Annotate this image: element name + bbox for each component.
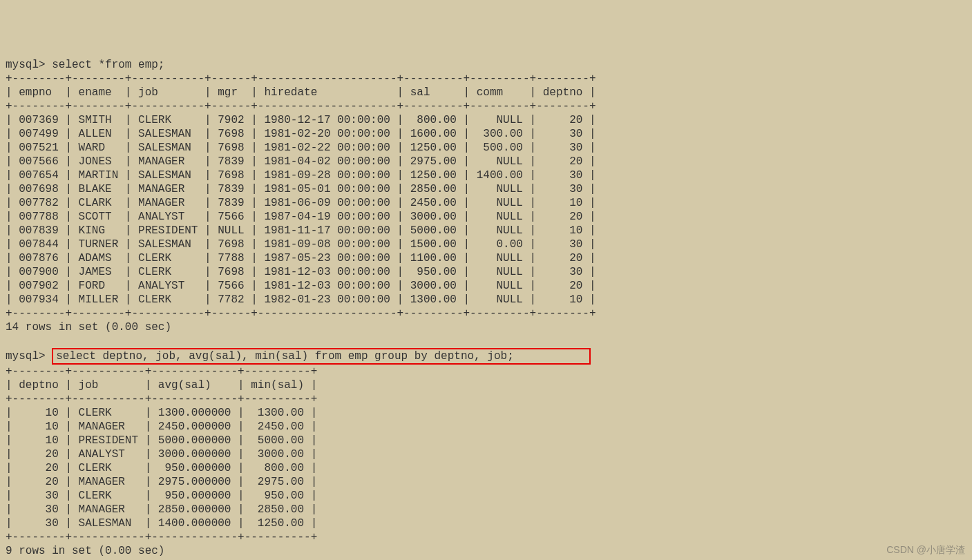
table2-row: | 10 | CLERK | 1300.000000 | 1300.00 | <box>6 407 317 419</box>
table2-row: | 30 | CLERK | 950.000000 | 950.00 | <box>6 490 317 502</box>
table1-row: | 007499 | ALLEN | SALESMAN | 7698 | 198… <box>6 128 596 140</box>
table1-row: | 007698 | BLAKE | MANAGER | 7839 | 1981… <box>6 183 596 195</box>
table1-row: | 007844 | TURNER | SALESMAN | 7698 | 19… <box>6 238 596 251</box>
table2-row: | 20 | CLERK | 950.000000 | 800.00 | <box>6 462 317 474</box>
mysql-prompt-2: mysql> <box>6 350 46 363</box>
table1-border-mid: +--------+--------+-----------+------+--… <box>6 100 596 113</box>
table1-row: | 007934 | MILLER | CLERK | 7782 | 1982-… <box>6 293 596 306</box>
table1-border-bot: +--------+--------+-----------+------+--… <box>6 307 596 320</box>
table1-row: | 007654 | MARTIN | SALESMAN | 7698 | 19… <box>6 169 596 182</box>
table1-header: | empno | ename | job | mgr | hiredate |… <box>6 86 596 99</box>
watermark: CSDN @小唐学渣 <box>886 544 965 557</box>
table2-row: | 20 | MANAGER | 2975.000000 | 2975.00 | <box>6 476 317 488</box>
highlighted-query-box: select deptno, job, avg(sal), min(sal) f… <box>52 348 591 365</box>
mysql-prompt-1: mysql> <box>6 59 46 71</box>
table1-row: | 007900 | JAMES | CLERK | 7698 | 1981-1… <box>6 266 596 278</box>
table1-row: | 007902 | FORD | ANALYST | 7566 | 1981-… <box>6 280 596 292</box>
query-2: select deptno, job, avg(sal), min(sal) f… <box>56 350 514 363</box>
table1-row: | 007521 | WARD | SALESMAN | 7698 | 1981… <box>6 142 596 154</box>
table2-row: | 10 | MANAGER | 2450.000000 | 2450.00 | <box>6 421 317 433</box>
table1-row: | 007839 | KING | PRESIDENT | NULL | 198… <box>6 224 596 237</box>
table1-row: | 007788 | SCOTT | ANALYST | 7566 | 1987… <box>6 211 596 223</box>
table2-row: | 20 | ANALYST | 3000.000000 | 3000.00 | <box>6 448 317 461</box>
table2-row: | 10 | PRESIDENT | 5000.000000 | 5000.00… <box>6 434 317 447</box>
table1-border-top: +--------+--------+-----------+------+--… <box>6 73 596 85</box>
table2-summary: 9 rows in set (0.00 sec) <box>6 545 164 557</box>
table2-row: | 30 | MANAGER | 2850.000000 | 2850.00 | <box>6 503 317 516</box>
table2-border-top: +--------+-----------+-------------+----… <box>6 365 317 378</box>
table2-header: | deptno | job | avg(sal) | min(sal) | <box>6 379 317 392</box>
query-1: select *from emp; <box>52 59 164 71</box>
table1-row: | 007369 | SMITH | CLERK | 7902 | 1980-1… <box>6 114 596 126</box>
table1-row: | 007876 | ADAMS | CLERK | 7788 | 1987-0… <box>6 252 596 264</box>
table1-row: | 007782 | CLARK | MANAGER | 7839 | 1981… <box>6 197 596 209</box>
table1-summary: 14 rows in set (0.00 sec) <box>6 321 171 334</box>
table1-row: | 007566 | JONES | MANAGER | 7839 | 1981… <box>6 155 596 168</box>
table2-row: | 30 | SALESMAN | 1400.000000 | 1250.00 … <box>6 517 317 530</box>
table2-border-bot: +--------+-----------+-------------+----… <box>6 531 317 543</box>
table2-border-mid: +--------+-----------+-------------+----… <box>6 393 317 405</box>
